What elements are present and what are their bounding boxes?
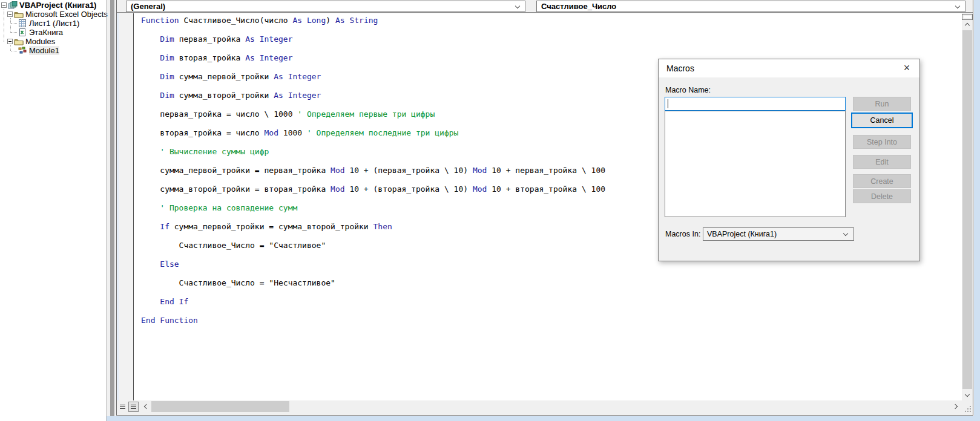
- scroll-left-button[interactable]: [141, 401, 152, 412]
- project-explorer-panel: VBAProject (Книга1)Microsoft Excel Objec…: [0, 0, 106, 421]
- macros-in-label: Macros In:: [665, 230, 700, 238]
- delete-button[interactable]: Delete: [853, 189, 911, 203]
- cancel-button[interactable]: Cancel: [851, 113, 913, 128]
- full-module-view-icon: [131, 405, 136, 409]
- create-button[interactable]: Create: [853, 174, 911, 188]
- code-line: Dim первая_тройка As Integer: [141, 30, 961, 48]
- macros-dialog: Macros × Macro Name: RunCancelStep IntoE…: [658, 59, 920, 261]
- tree-item[interactable]: Modules: [0, 37, 106, 46]
- tree-item-label: Лист1 (Лист1): [29, 19, 79, 28]
- run-button[interactable]: Run: [853, 97, 911, 111]
- project-tree: VBAProject (Книга1)Microsoft Excel Objec…: [0, 1, 106, 55]
- vba-project-icon: [8, 1, 18, 9]
- folder-icon: [14, 38, 24, 45]
- chevron-down-icon[interactable]: [515, 4, 520, 8]
- vba-editor-window: VBAProject (Книга1)Microsoft Excel Objec…: [0, 0, 980, 421]
- expander-minus-icon[interactable]: [7, 39, 13, 44]
- chevron-right-icon: [953, 404, 958, 409]
- workbook-icon: [18, 28, 27, 36]
- procedure-combobox[interactable]: Счастливое_Число: [536, 1, 965, 12]
- tree-connector: [10, 18, 11, 33]
- vertical-scrollbar-thumb[interactable]: [962, 30, 972, 389]
- macros-in-combobox[interactable]: VBAProject (Книга1): [703, 227, 854, 241]
- worksheet-icon: [18, 19, 27, 27]
- step-into-button[interactable]: Step Into: [853, 135, 911, 149]
- margin-indicator-bar[interactable]: [119, 13, 134, 400]
- dialog-buttons: RunCancelStep IntoEditCreateDelete: [853, 97, 916, 203]
- tree-connector: [11, 23, 17, 24]
- tree-connector: [4, 9, 4, 42]
- dialog-title: Macros: [666, 64, 694, 73]
- tree-item[interactable]: VBAProject (Книга1): [0, 1, 106, 10]
- tree-connector: [11, 51, 17, 51]
- expander-minus-icon[interactable]: [1, 2, 7, 8]
- macro-name-label: Macro Name:: [665, 86, 711, 94]
- object-combobox-value: (General): [131, 2, 165, 11]
- tree-connector: [10, 45, 11, 51]
- tree-item-label: VBAProject (Книга1): [19, 1, 96, 10]
- split-handle[interactable]: [962, 14, 973, 20]
- chevron-left-icon: [144, 404, 149, 409]
- full-module-view-button[interactable]: [128, 402, 139, 412]
- expander-minus-icon[interactable]: [7, 11, 13, 17]
- code-line: Function Счастливое_Число(число As Long)…: [141, 13, 961, 30]
- tree-item-label: Modules: [25, 37, 55, 46]
- tree-item-label: Module1: [29, 46, 59, 55]
- window-edge: [974, 0, 980, 421]
- folder-icon: [14, 10, 24, 18]
- module-icon: [18, 47, 27, 54]
- procedure-combobox-value: Счастливое_Число: [541, 2, 616, 11]
- macro-name-field-wrap: [665, 97, 846, 111]
- tree-connector: [11, 32, 17, 33]
- object-combobox[interactable]: (General): [126, 1, 525, 12]
- tree-item-label: ЭтаКнига: [29, 28, 63, 37]
- dialog-title-bar[interactable]: Macros ×: [659, 59, 919, 77]
- scroll-right-button[interactable]: [950, 401, 961, 412]
- macro-list[interactable]: [665, 111, 846, 217]
- macro-name-input[interactable]: [665, 97, 846, 111]
- tree-item-label: Microsoft Excel Objects: [25, 10, 108, 19]
- macros-in-value: VBAProject (Книга1): [707, 230, 777, 238]
- close-icon[interactable]: ×: [899, 60, 915, 75]
- panel-divider[interactable]: [106, 0, 107, 421]
- code-line: End If: [141, 292, 961, 311]
- scroll-down-button[interactable]: [962, 389, 973, 399]
- code-window-border: [116, 415, 973, 416]
- code-line: End Function: [141, 311, 961, 330]
- procedure-view-button[interactable]: [117, 402, 128, 412]
- tree-item[interactable]: Microsoft Excel Objects: [0, 10, 106, 19]
- scroll-up-button[interactable]: [962, 20, 973, 30]
- code-line: Счастливое_Число = "Несчастливое": [141, 273, 961, 292]
- text-caret: [668, 99, 668, 108]
- mdi-band: [110, 0, 114, 416]
- window-edge: [107, 416, 980, 421]
- chevron-down-icon: [843, 231, 848, 236]
- code-window-border: [973, 0, 973, 416]
- edit-button[interactable]: Edit: [853, 155, 911, 169]
- horizontal-scrollbar-thumb[interactable]: [151, 401, 289, 412]
- procedure-view-icon: [120, 405, 125, 409]
- chevron-up-icon: [965, 22, 970, 27]
- chevron-down-icon: [965, 391, 970, 396]
- resize-grip[interactable]: [964, 405, 971, 412]
- chevron-down-icon[interactable]: [955, 4, 960, 8]
